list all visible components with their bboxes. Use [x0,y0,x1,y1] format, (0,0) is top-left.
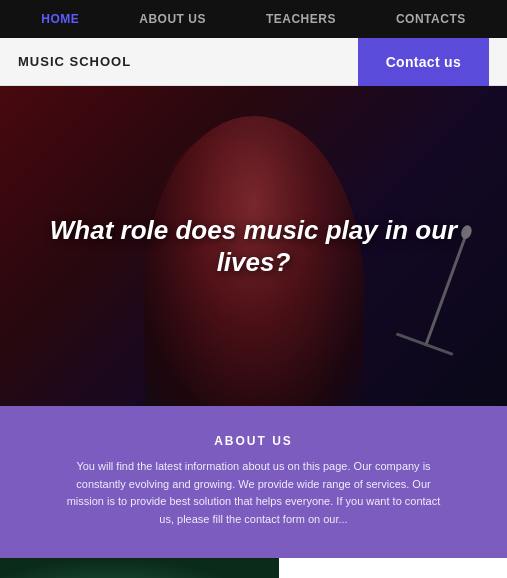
nav-item-home[interactable]: HOME [41,12,79,26]
teacher-image-thumb [0,558,279,578]
nav-item-teachers[interactable]: TEACHERS [266,12,336,26]
about-text: You will find the latest information abo… [60,458,447,528]
bottom-image-preview [0,558,279,578]
brand-name: MUSIC SCHOOL [18,54,131,69]
nav-item-about[interactable]: ABOUT US [139,12,206,26]
bottom-right-panel: MUSIC TEACHER [279,558,507,578]
hero-section: What role does music play in our lives? [0,86,507,406]
about-title: ABOUT US [60,434,447,448]
header-bar: MUSIC SCHOOL Contact us [0,38,507,86]
hero-title: What role does music play in our lives? [40,214,467,279]
contact-button[interactable]: Contact us [358,38,489,86]
bottom-preview: MUSIC TEACHER [0,558,507,578]
about-section: ABOUT US You will find the latest inform… [0,406,507,558]
hero-text-block: What role does music play in our lives? [0,214,507,279]
navbar: HOME ABOUT US TEACHERS CONTACTS [0,0,507,38]
nav-item-contacts[interactable]: CONTACTS [396,12,466,26]
